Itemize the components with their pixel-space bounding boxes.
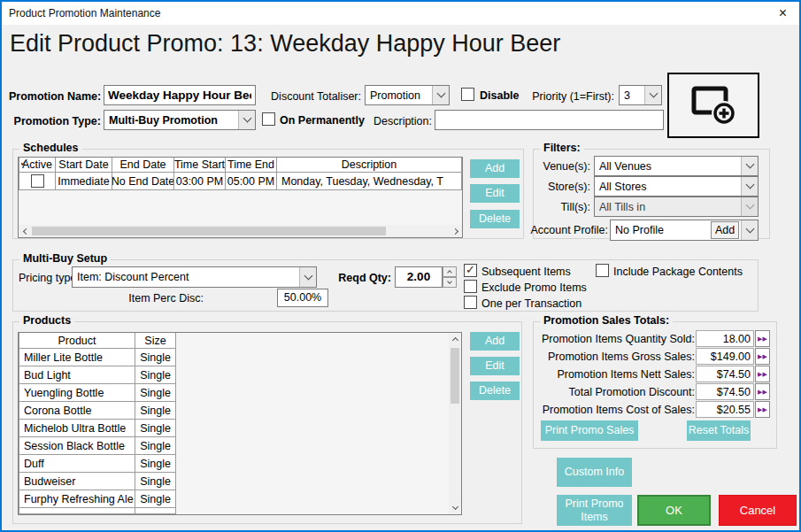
qty-sold-value: 18.00 [696, 330, 754, 347]
schedule-row-time-start[interactable]: 03:00 PM [174, 173, 226, 190]
products-col-size: Size [135, 333, 176, 349]
schedule-row-end-date[interactable]: No End Date [112, 173, 174, 190]
product-size[interactable]: Single [135, 384, 176, 402]
chevron-down-icon[interactable] [432, 86, 449, 104]
on-permanently-checkbox[interactable] [262, 112, 275, 126]
product-size[interactable]: Single [135, 455, 176, 473]
double-arrow-icon: ▶▶ [758, 389, 767, 396]
products-vertical-scrollbar[interactable] [449, 333, 461, 514]
products-edit-button[interactable]: Edit [470, 357, 520, 375]
qty-sold-drill-button[interactable]: ▶▶ [755, 330, 770, 347]
item-perc-disc-label: Item Perc Disc: [128, 292, 204, 305]
venues-select[interactable]: All Venues [594, 156, 759, 176]
priority-select[interactable]: 3 [619, 85, 662, 105]
schedules-add-button[interactable]: Add [470, 159, 520, 178]
reqd-qty-stepper[interactable] [443, 266, 457, 288]
scroll-right-icon[interactable] [450, 225, 462, 237]
close-icon[interactable]: × [779, 4, 787, 22]
scrollbar-thumb[interactable] [451, 348, 459, 404]
product-size[interactable]: Single [135, 437, 176, 455]
cancel-button[interactable]: Cancel [719, 495, 797, 526]
reset-totals-button[interactable]: Reset Totals [687, 420, 751, 441]
add-window-button[interactable] [667, 73, 759, 138]
custom-info-button[interactable]: Custom Info [557, 458, 632, 487]
discount-totaliser-select[interactable]: Promotion [365, 85, 450, 105]
scroll-up-icon[interactable] [449, 333, 461, 345]
schedules-delete-button[interactable]: Delete [470, 210, 520, 228]
cost-of-sales-label: Promotion Items Cost of Sales: [535, 404, 695, 416]
chevron-down-icon [741, 197, 758, 216]
product-row[interactable]: Furphy Refreshing Ale [19, 490, 135, 508]
product-row[interactable]: Session Black Bottle [19, 437, 135, 455]
products-add-button[interactable]: Add [470, 332, 520, 351]
product-row[interactable]: Bud Light [19, 366, 135, 384]
account-profile-add-button[interactable]: Add [711, 221, 739, 239]
product-size[interactable]: Single [135, 402, 176, 420]
double-arrow-icon: ▶▶ [758, 335, 767, 343]
multibuy-group: Multi-Buy Setup Pricing type: Item: Disc… [12, 259, 759, 312]
products-delete-button[interactable]: Delete [470, 382, 520, 400]
stores-select[interactable]: All Stores [594, 176, 759, 197]
product-row[interactable]: Budweiser [19, 473, 135, 490]
reqd-qty-input[interactable]: 2.00 [395, 266, 443, 288]
schedules-group: Schedules Active Start Date End Date Tim… [12, 149, 524, 239]
product-size[interactable]: Single [135, 490, 176, 508]
subsequent-items-checkbox[interactable] [464, 264, 477, 277]
multibuy-group-title: Multi-Buy Setup [19, 252, 111, 265]
product-row[interactable]: Duff [19, 455, 135, 473]
schedules-table[interactable]: Active Start Date End Date Time Start Ti… [18, 157, 463, 238]
nett-sales-drill-button[interactable]: ▶▶ [755, 366, 770, 382]
product-size[interactable]: Single [135, 473, 176, 490]
chevron-down-icon[interactable] [299, 267, 316, 287]
product-row[interactable]: Michelob Ultra Bottle [19, 420, 135, 437]
chevron-down-icon[interactable] [741, 177, 758, 196]
schedule-row-active[interactable] [19, 173, 56, 190]
chevron-down-icon[interactable] [741, 220, 758, 240]
schedule-row-time-end[interactable]: 05:00 PM [226, 173, 277, 190]
schedules-horizontal-scrollbar[interactable] [19, 225, 462, 237]
disable-label: Disable [480, 89, 519, 102]
promotion-type-select[interactable]: Multi-Buy Promotion [104, 110, 256, 130]
chevron-down-icon[interactable] [238, 111, 255, 129]
scroll-left-icon[interactable] [19, 225, 31, 237]
schedule-row-description[interactable]: Monday, Tuesday, Wednesday, T [277, 173, 462, 190]
print-promo-items-button[interactable]: Print Promo Items [557, 495, 632, 526]
one-per-transaction-checkbox[interactable] [464, 296, 477, 309]
product-row[interactable]: Miller Lite Bottle [19, 349, 135, 366]
gross-sales-drill-button[interactable]: ▶▶ [755, 348, 770, 365]
account-profile-select[interactable]: No Profile Add [610, 220, 759, 241]
promotion-name-input[interactable] [104, 85, 256, 105]
products-table[interactable]: Product Size Miller Lite Bottle Single B… [18, 332, 462, 515]
item-perc-disc-input[interactable]: 50.00% [277, 289, 328, 307]
product-size[interactable]: Single [135, 366, 176, 384]
filters-group: Filters: Venue(s): All Venues Store(s): … [533, 149, 770, 239]
cost-of-sales-value: $20.55 [696, 401, 754, 418]
product-promotion-maintenance-dialog: Product Promotion Maintenance × Edit Pro… [0, 0, 801, 532]
schedules-edit-button[interactable]: Edit [470, 184, 520, 203]
total-discount-drill-button[interactable]: ▶▶ [755, 383, 770, 400]
description-input[interactable] [435, 110, 664, 130]
product-size[interactable]: Single [135, 420, 176, 437]
pricing-type-select[interactable]: Item: Discount Percent [72, 266, 317, 288]
include-package-contents-checkbox[interactable] [596, 264, 609, 277]
chevron-down-icon[interactable] [741, 157, 758, 175]
product-row[interactable]: Yuengling Bottle [19, 384, 135, 402]
print-promo-sales-button[interactable]: Print Promo Sales [541, 420, 638, 441]
disable-checkbox[interactable] [461, 88, 474, 101]
schedules-col-description: Description [277, 158, 462, 173]
stepper-down-icon[interactable] [443, 277, 457, 288]
exclude-promo-items-checkbox[interactable] [464, 280, 477, 293]
product-size[interactable]: Single [135, 349, 176, 366]
schedule-row-start-date[interactable]: Immediate [56, 173, 112, 190]
sales-totals-group-title: Promotion Sales Totals: [540, 314, 673, 327]
subsequent-items-label: Subsequent Items [481, 266, 571, 278]
product-row[interactable]: Corona Bottle [19, 402, 135, 420]
ok-button[interactable]: OK [637, 495, 711, 526]
chevron-down-icon[interactable] [644, 86, 661, 104]
scrollbar-thumb[interactable] [32, 227, 386, 235]
cost-of-sales-drill-button[interactable]: ▶▶ [755, 401, 770, 418]
window-title: Product Promotion Maintenance [9, 7, 160, 19]
scroll-down-icon[interactable] [449, 502, 461, 514]
stepper-up-icon[interactable] [443, 266, 457, 277]
schedule-active-checkbox[interactable] [31, 174, 44, 188]
